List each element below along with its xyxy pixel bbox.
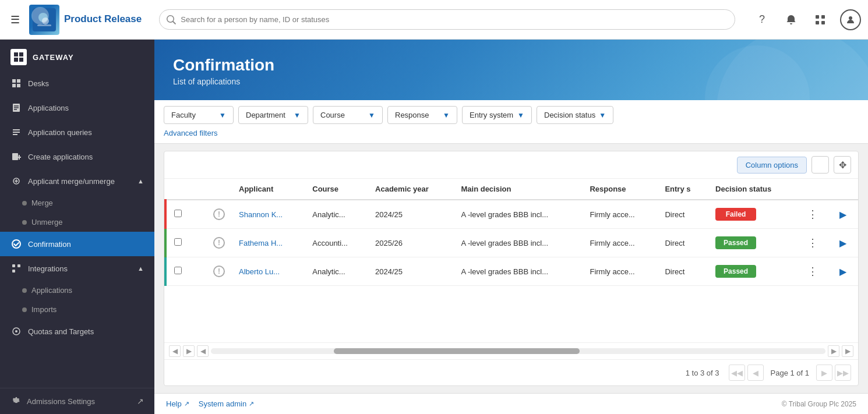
applicant-link[interactable]: Fathema H... (239, 239, 283, 247)
sidebar-item-desks[interactable]: Desks (0, 71, 154, 95)
table-scroll-wrapper[interactable]: Applicant Course Academic year Main deci… (164, 179, 858, 342)
sidebar-label: GATEWAY (33, 53, 74, 62)
sidebar-item-create-applications[interactable]: Create applications (0, 144, 154, 169)
pagination-prev-btn[interactable]: ◀ (747, 365, 764, 381)
row-decision-status-cell: Failed (708, 200, 798, 229)
merge-label: Merge (31, 199, 53, 207)
nav-header (828, 179, 858, 200)
scroll-right2-btn[interactable]: ▶ (842, 345, 853, 357)
scroll-track[interactable] (211, 348, 825, 354)
response-header: Response (583, 179, 658, 200)
unmerge-label: Unmerge (31, 218, 62, 227)
application-queries-label: Application queries (28, 128, 144, 137)
help-link[interactable]: Help ↗ (166, 399, 189, 408)
sort-icon[interactable] (811, 156, 829, 174)
row-checkbox[interactable] (174, 238, 182, 246)
alert-header (206, 179, 232, 200)
pagination-last-btn[interactable]: ▶▶ (835, 365, 851, 381)
faculty-filter-label: Faculty (171, 111, 216, 119)
sidebar-item-integrations[interactable]: Integrations ▲ (0, 256, 154, 281)
response-filter-label: Response (395, 111, 439, 119)
row-navigate-button[interactable]: ▶ (835, 235, 851, 251)
row-navigate-button[interactable]: ▶ (835, 206, 851, 222)
integrations-submenu: Applications Imports (0, 281, 154, 319)
user-avatar[interactable] (840, 9, 861, 30)
topbar-icons: ? (753, 9, 861, 30)
department-filter[interactable]: Department ▼ (238, 106, 308, 124)
entry-system-filter[interactable]: Entry system ▼ (462, 106, 532, 124)
row-more-cell: ⋮ (798, 257, 828, 286)
scroll-thumb (334, 348, 580, 354)
applicant-link[interactable]: Alberto Lu... (239, 267, 280, 276)
scroll-end-btn[interactable]: ▶ (828, 345, 839, 357)
row-course-cell: Analytic... (305, 200, 368, 229)
sidebar-subitem-imports[interactable]: Imports (0, 300, 154, 319)
quotas-icon (10, 325, 22, 337)
row-arrow-cell: ▶ (828, 200, 858, 229)
sidebar-subitem-int-applications[interactable]: Applications (0, 281, 154, 300)
row-entry-system-cell: Direct (658, 229, 708, 257)
sidebar-footer[interactable]: Admissions Settings ↗ (0, 388, 154, 414)
row-more-button[interactable]: ⋮ (805, 235, 821, 251)
integrations-label: Integrations (28, 264, 132, 273)
advanced-filters-link[interactable]: Advanced filters (164, 125, 218, 141)
pagination-page-label: Page 1 of 1 (766, 369, 814, 377)
applicant-link[interactable]: Shannon K... (239, 210, 283, 219)
row-academic-year-cell: 2024/25 (368, 200, 454, 229)
scrollbar-area: ◀ ▶ ◀ ▶ ▶ (164, 342, 858, 359)
search-input[interactable] (159, 9, 735, 30)
apps-grid-icon[interactable] (811, 10, 830, 29)
row-academic-year-cell: 2025/26 (368, 229, 454, 257)
notification-icon[interactable] (782, 10, 800, 29)
help-link-label: Help (166, 399, 182, 408)
expand-icon[interactable]: ✥ (834, 156, 851, 174)
row-checkbox-cell (165, 229, 189, 257)
imports-dot-icon (22, 307, 27, 312)
row-main-decision-cell: A -level grades BBB incl... (454, 257, 583, 286)
svg-rect-12 (19, 58, 23, 62)
table-row: ! Shannon K... Analytic... 2024/25 A -le… (165, 200, 858, 229)
hamburger-menu[interactable]: ☰ (7, 10, 23, 30)
decision-status-filter[interactable]: Decision status ▼ (537, 106, 613, 124)
column-options-button[interactable]: Column options (737, 157, 807, 174)
sidebar-item-application-queries[interactable]: Application queries (0, 120, 154, 144)
unmerge-dot-icon (22, 220, 27, 225)
row-more-button[interactable]: ⋮ (805, 206, 821, 222)
response-filter[interactable]: Response ▼ (387, 106, 457, 124)
integrations-icon (10, 263, 22, 274)
scroll-left-btn[interactable]: ◀ (169, 345, 181, 357)
sidebar-item-applications[interactable]: Applications (0, 95, 154, 120)
row-checkbox[interactable] (174, 267, 182, 274)
pagination-first-btn[interactable]: ◀◀ (729, 365, 745, 381)
row-navigate-button[interactable]: ▶ (835, 263, 851, 279)
row-more-button[interactable]: ⋮ (805, 263, 821, 279)
sidebar-subitem-unmerge[interactable]: Unmerge (0, 213, 154, 232)
sidebar-item-merge-unmerge[interactable]: Applicant merge/unmerge ▲ (0, 169, 154, 193)
faculty-filter[interactable]: Faculty ▼ (164, 106, 234, 124)
svg-point-2 (42, 17, 49, 24)
course-filter[interactable]: Course ▼ (313, 106, 383, 124)
row-arrow-cell: ▶ (828, 229, 858, 257)
system-admin-link[interactable]: System admin ↗ (199, 399, 254, 408)
decision-status-arrow-icon: ▼ (599, 111, 606, 119)
sidebar-item-confirmation[interactable]: Confirmation (0, 232, 154, 256)
sidebar-item-quotas-targets[interactable]: Quotas and Targets (0, 319, 154, 344)
sidebar-subitem-merge[interactable]: Merge (0, 193, 154, 213)
help-icon[interactable]: ? (753, 10, 771, 29)
status-badge: Passed (715, 236, 756, 249)
svg-point-8 (849, 16, 852, 20)
row-checkbox[interactable] (174, 210, 182, 217)
scroll-start-btn[interactable]: ◀ (197, 345, 209, 357)
merge-submenu: Merge Unmerge (0, 193, 154, 232)
alert-icon: ! (213, 266, 225, 277)
decision-status-header: Decision status (708, 179, 798, 200)
row-decision-status-cell: Passed (708, 229, 798, 257)
pagination-next-btn[interactable]: ▶ (816, 365, 832, 381)
applications-icon (10, 102, 22, 114)
select-all-header (165, 179, 189, 200)
row-applicant-cell: Fathema H... (232, 229, 305, 257)
response-arrow-icon: ▼ (443, 111, 450, 119)
scroll-right-btn[interactable]: ▶ (183, 345, 195, 357)
gateway-icon (10, 49, 27, 65)
svg-rect-7 (821, 21, 825, 24)
